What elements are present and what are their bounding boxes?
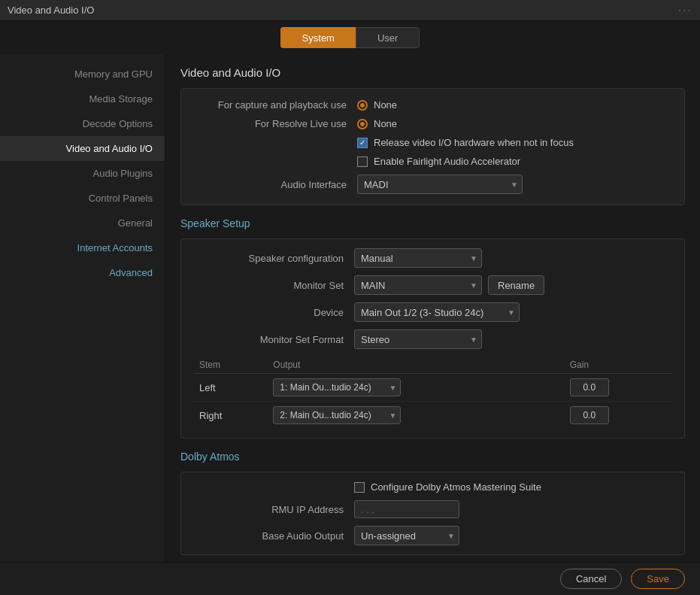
- tab-bar: System User: [0, 21, 700, 54]
- video-audio-panel: For capture and playback use None For Re…: [180, 88, 685, 205]
- live-radio-group: None: [357, 118, 397, 129]
- monitor-format-select-wrap: Stereo ▼: [354, 329, 482, 349]
- gain-right: [564, 402, 672, 430]
- save-button[interactable]: Save: [631, 569, 685, 589]
- speaker-config-select[interactable]: Manual: [354, 248, 482, 268]
- live-value: None: [374, 118, 397, 129]
- audio-interface-label: Audio Interface: [196, 179, 347, 190]
- device-select[interactable]: Main Out 1/2 (3- Studio 24c): [354, 302, 520, 322]
- cancel-button[interactable]: Cancel: [560, 569, 622, 589]
- output-right: 2: Main Ou...tudio 24c) ▼: [267, 402, 563, 430]
- live-row: For Resolve Live use None: [196, 118, 669, 129]
- dolby-atmos-title: Dolby Atmos: [180, 451, 685, 463]
- bottom-bar: Cancel Save: [0, 562, 700, 595]
- rmu-label: RMU IP Address: [193, 504, 344, 515]
- speaker-setup-panel: Speaker configuration Manual ▼ Monitor S…: [180, 238, 685, 439]
- speaker-config-row: Speaker configuration Manual ▼: [193, 248, 672, 268]
- base-output-label: Base Audio Output: [193, 530, 344, 542]
- sidebar-item-advanced[interactable]: Advanced: [0, 260, 165, 285]
- rmu-ip-input[interactable]: [354, 500, 459, 518]
- capture-row: For capture and playback use None: [196, 99, 669, 111]
- capture-radio[interactable]: [357, 100, 368, 111]
- title-bar: Video and Audio I/O ···: [0, 0, 700, 21]
- release-label: Release video I/O hardware when not in f…: [374, 137, 574, 148]
- output-right-select[interactable]: 2: Main Ou...tudio 24c): [273, 406, 401, 424]
- audio-interface-select-wrap: MADI ▼: [357, 175, 523, 194]
- dolby-checkbox[interactable]: [354, 482, 365, 493]
- device-select-wrap: Main Out 1/2 (3- Studio 24c) ▼: [354, 302, 520, 322]
- output-col-header: Output: [267, 357, 563, 374]
- live-radio[interactable]: [357, 119, 368, 129]
- capture-value: None: [374, 99, 397, 111]
- live-label: For Resolve Live use: [196, 118, 347, 129]
- fairlight-checkbox[interactable]: [357, 156, 368, 167]
- capture-radio-group: None: [357, 99, 397, 111]
- sidebar-item-control-panels[interactable]: Control Panels: [0, 186, 165, 211]
- device-row: Device Main Out 1/2 (3- Studio 24c) ▼: [193, 302, 672, 322]
- sidebar: Memory and GPU Media Storage Decode Opti…: [0, 54, 165, 562]
- window-menu-icon[interactable]: ···: [678, 4, 692, 17]
- fairlight-checkbox-group: Enable Fairlight Audio Accelerator: [357, 156, 520, 167]
- tab-user[interactable]: User: [356, 27, 420, 48]
- sidebar-item-audio-plugins[interactable]: Audio Plugins: [0, 161, 165, 186]
- rename-button[interactable]: Rename: [488, 275, 544, 295]
- monitor-format-select[interactable]: Stereo: [354, 329, 482, 349]
- device-label: Device: [193, 307, 344, 318]
- gain-col-header: Gain: [564, 357, 672, 374]
- speaker-setup-title: Speaker Setup: [180, 217, 685, 229]
- tab-system[interactable]: System: [280, 27, 356, 48]
- main-layout: Memory and GPU Media Storage Decode Opti…: [0, 54, 700, 562]
- sidebar-item-video-audio-io[interactable]: Video and Audio I/O: [0, 136, 165, 161]
- content-area: Video and Audio I/O For capture and play…: [165, 54, 700, 562]
- sidebar-item-memory-gpu[interactable]: Memory and GPU: [0, 62, 165, 87]
- audio-interface-row: Audio Interface MADI ▼: [196, 175, 669, 194]
- table-row: Left 1: Main Ou...tudio 24c) ▼: [193, 374, 672, 402]
- monitor-format-label: Monitor Set Format: [193, 334, 344, 345]
- dolby-atmos-panel: Configure Dolby Atmos Mastering Suite RM…: [180, 472, 685, 555]
- stem-right: Right: [193, 402, 267, 430]
- sidebar-item-general[interactable]: General: [0, 211, 165, 235]
- dolby-config-row: Configure Dolby Atmos Mastering Suite: [193, 481, 672, 493]
- release-checkbox[interactable]: [357, 138, 368, 148]
- sidebar-item-media-storage[interactable]: Media Storage: [0, 87, 165, 111]
- release-row: Release video I/O hardware when not in f…: [196, 137, 669, 148]
- audio-interface-select[interactable]: MADI: [357, 175, 523, 194]
- speaker-config-label: Speaker configuration: [193, 253, 344, 264]
- output-left: 1: Main Ou...tudio 24c) ▼: [267, 374, 563, 402]
- monitor-set-row: Monitor Set MAIN ▼ Rename: [193, 275, 672, 295]
- section-title: Video and Audio I/O: [180, 66, 685, 79]
- stem-table: Stem Output Gain Left 1: Main Ou...tudio…: [193, 357, 672, 429]
- monitor-set-select[interactable]: MAIN: [354, 275, 482, 295]
- fairlight-label: Enable Fairlight Audio Accelerator: [374, 156, 520, 167]
- gain-right-input[interactable]: [570, 406, 609, 424]
- monitor-set-label: Monitor Set: [193, 280, 344, 291]
- gain-left: [564, 374, 672, 402]
- window-title: Video and Audio I/O: [8, 5, 94, 16]
- base-output-row: Base Audio Output Un-assigned ▼: [193, 526, 672, 545]
- dolby-config-label: Configure Dolby Atmos Mastering Suite: [371, 481, 541, 493]
- output-right-select-wrap: 2: Main Ou...tudio 24c) ▼: [273, 406, 401, 424]
- table-row: Right 2: Main Ou...tudio 24c) ▼: [193, 402, 672, 430]
- fairlight-row: Enable Fairlight Audio Accelerator: [196, 156, 669, 167]
- monitor-format-row: Monitor Set Format Stereo ▼: [193, 329, 672, 349]
- rmu-row: RMU IP Address: [193, 500, 672, 518]
- dolby-checkbox-group: Configure Dolby Atmos Mastering Suite: [354, 481, 541, 493]
- base-output-select-wrap: Un-assigned ▼: [354, 526, 459, 545]
- speaker-config-select-wrap: Manual ▼: [354, 248, 482, 268]
- monitor-set-select-wrap: MAIN ▼: [354, 275, 482, 295]
- sidebar-item-decode-options[interactable]: Decode Options: [0, 111, 165, 136]
- output-left-select[interactable]: 1: Main Ou...tudio 24c): [273, 378, 401, 396]
- stem-left: Left: [193, 374, 267, 402]
- sidebar-item-internet-accounts[interactable]: Internet Accounts: [0, 235, 165, 260]
- gain-left-input[interactable]: [570, 378, 609, 396]
- release-checkbox-group: Release video I/O hardware when not in f…: [357, 137, 574, 148]
- capture-label: For capture and playback use: [196, 99, 347, 111]
- stem-col-header: Stem: [193, 357, 267, 374]
- output-left-select-wrap: 1: Main Ou...tudio 24c) ▼: [273, 378, 401, 396]
- base-output-select[interactable]: Un-assigned: [354, 526, 459, 545]
